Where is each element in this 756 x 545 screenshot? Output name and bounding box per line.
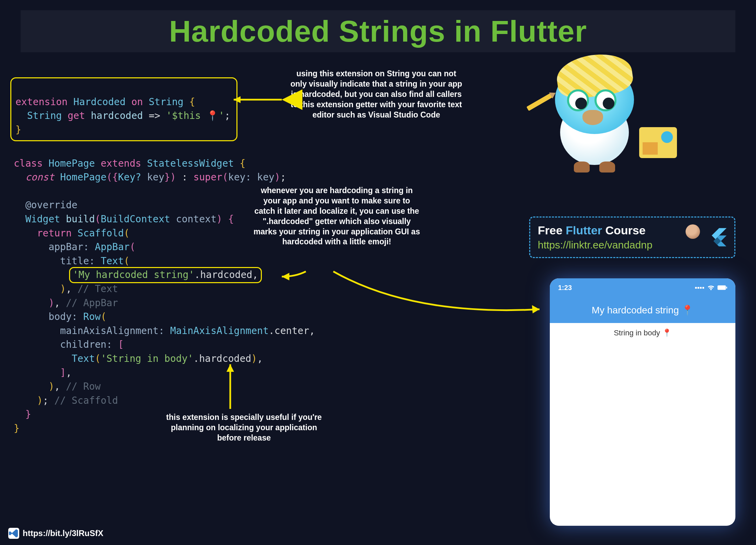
ctor: HomePage	[60, 171, 107, 183]
mascot-owl-illustration	[536, 58, 660, 182]
kw-on: on	[131, 96, 143, 108]
ctx-param: context	[176, 213, 216, 225]
phone-status-bar: 1:23 ▪▪▪▪	[550, 278, 735, 297]
annotation-hardcoded-getter: whenever you are hardcoding a string in …	[253, 186, 421, 247]
ext-name: Hardcoded	[74, 96, 126, 108]
hardcoded-string-literal: 'My hardcoded string'	[73, 269, 194, 280]
kw-get: get	[68, 110, 85, 121]
course-url[interactable]: https://linktr.ee/vandadnp	[538, 239, 727, 251]
flutter-logo-icon	[709, 226, 727, 246]
appbar: AppBar	[95, 241, 130, 253]
kw-return: return	[37, 227, 71, 239]
course-word-flutter: Flutter	[566, 224, 602, 237]
semi: ;	[224, 110, 230, 121]
row-widget: Row	[83, 311, 101, 322]
kw-extends: extends	[101, 158, 141, 169]
page-title: Hardcoded Strings in Flutter	[21, 14, 735, 49]
text-widget-1: Text	[101, 255, 124, 267]
superclass: StatelessWidget	[147, 158, 234, 169]
getter-name: hardcoded	[91, 110, 143, 121]
kw-extension: extension	[15, 96, 68, 108]
maa-key: mainAxisAlignment:	[60, 325, 164, 336]
hardcoded-getter-call-1: .hardcoded	[194, 269, 253, 280]
class-name: HomePage	[48, 158, 95, 169]
scaffold: Scaffold	[77, 227, 124, 239]
footer-url: https://bit.ly/3lRuSfX	[23, 529, 103, 538]
vscode-icon	[8, 528, 19, 539]
body-key: body:	[48, 311, 77, 322]
title-key: title:	[60, 255, 95, 267]
pencil-icon	[526, 93, 553, 111]
wifi-icon	[707, 285, 715, 291]
status-icons: ▪▪▪▪	[695, 284, 727, 292]
phone-mockup: 1:23 ▪▪▪▪ My hardcoded string 📍 String i…	[550, 278, 735, 526]
comment-scaffold: // Scaffold	[54, 395, 118, 406]
cellular-icon: ▪▪▪▪	[695, 284, 704, 292]
arrow: =>	[149, 110, 160, 121]
course-word-course: Course	[602, 224, 646, 237]
children-key: children:	[60, 339, 112, 350]
key-type: Key?	[118, 171, 141, 183]
footer-link[interactable]: https://bit.ly/3lRuSfX	[8, 528, 103, 539]
key-name: key	[147, 171, 165, 183]
phone-body-area: String in body 📍	[550, 323, 735, 337]
svg-marker-8	[532, 305, 540, 313]
clipboard-icon	[639, 127, 677, 158]
free-flutter-course-box[interactable]: Free Flutter Course https://linktr.ee/va…	[529, 216, 735, 258]
build-method: build	[66, 213, 95, 225]
body-string-literal: 'String in body'	[101, 353, 193, 364]
kw-const: const	[25, 171, 54, 183]
highlighted-hardcoded-line: 'My hardcoded string'.hardcoded,	[69, 267, 262, 283]
phone-appbar-title: My hardcoded string 📍	[592, 304, 693, 316]
override-annotation: @override	[25, 199, 78, 211]
comment-appbar: // AppBar	[66, 297, 118, 309]
course-word-free: Free	[538, 224, 566, 237]
phone-body-text: String in body 📍	[614, 329, 671, 337]
extension-code-block: extension Hardcoded on String { String g…	[10, 77, 237, 141]
annotation-localization: this extension is specially useful if yo…	[162, 412, 326, 443]
svg-rect-3	[718, 285, 726, 290]
battery-icon	[718, 285, 727, 290]
author-avatar	[686, 224, 700, 239]
kw-class: class	[14, 158, 43, 169]
ext-string-literal: '$this 📍'	[166, 110, 224, 121]
appbar-key: appBar:	[48, 241, 89, 253]
ext-target-type: String	[149, 96, 184, 108]
text-widget-2: Text	[72, 353, 95, 364]
svg-rect-4	[726, 287, 727, 289]
phone-time: 1:23	[558, 284, 572, 292]
ret-type: String	[27, 110, 62, 121]
kw-super: super	[193, 171, 222, 183]
comment-row: // Row	[66, 381, 101, 392]
comment-text: // Text	[77, 283, 118, 294]
buildcontext-type: BuildContext	[101, 213, 170, 225]
phone-appbar: My hardcoded string 📍	[550, 297, 735, 323]
title-banner: Hardcoded Strings in Flutter	[21, 10, 735, 52]
annotation-extension: using this extension on String you can n…	[289, 69, 464, 120]
hardcoded-getter-call-2: .hardcoded	[193, 353, 252, 364]
ret-widget: Widget	[25, 213, 60, 225]
maa-center: .center	[269, 325, 309, 336]
maa-type: MainAxisAlignment	[170, 325, 269, 336]
